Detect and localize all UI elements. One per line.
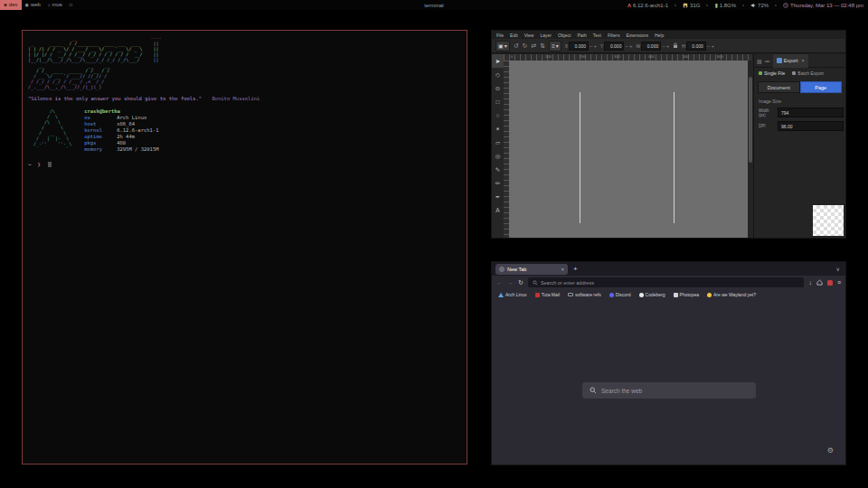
- x-coordinate-field[interactable]: X 0.000 −+: [565, 42, 597, 51]
- bookmark-discord[interactable]: Discord: [609, 292, 631, 297]
- scrollbar-thumb[interactable]: [749, 77, 752, 163]
- shape-builder-tool[interactable]: ⊙: [492, 81, 504, 95]
- y-coordinate-field[interactable]: Y 0.000 −+: [600, 42, 632, 51]
- inkscape-window[interactable]: File Edit View Layer Object Path Text Fi…: [491, 30, 846, 239]
- spiral-tool[interactable]: ◎: [492, 149, 504, 163]
- batch-export-tab[interactable]: Batch Export: [792, 70, 824, 76]
- speaker-icon: [750, 3, 756, 8]
- width-field[interactable]: W 0.000 −+: [636, 42, 669, 51]
- search-icon: [533, 280, 538, 286]
- menu-path[interactable]: Path: [577, 33, 586, 38]
- node-tool[interactable]: ◇: [492, 68, 504, 81]
- shell-prompt[interactable]: ~ ❯: [28, 161, 461, 167]
- web-search-input[interactable]: Search the web: [582, 382, 756, 399]
- menu-help[interactable]: Help: [655, 33, 664, 38]
- increment-icon[interactable]: +: [629, 43, 633, 49]
- downloads-icon[interactable]: ↓: [808, 279, 812, 286]
- bookmark-photopea[interactable]: Photopea: [674, 292, 699, 297]
- menu-icon[interactable]: ≡: [837, 279, 841, 286]
- active-tab[interactable]: New Tab ×: [495, 264, 568, 275]
- export-dialog-tab[interactable]: Export ×: [773, 54, 808, 68]
- bookmark-codeberg[interactable]: Codeberg: [639, 292, 665, 297]
- export-width-input[interactable]: 794: [778, 108, 844, 117]
- reload-icon[interactable]: ↻: [518, 279, 524, 286]
- 3dbox-tool[interactable]: ▱: [492, 136, 504, 149]
- flip-vertical-icon[interactable]: ⇅: [540, 42, 545, 50]
- menu-filters[interactable]: Filters: [608, 33, 620, 38]
- firefox-window[interactable]: New Tab × + ∨ ← → ↻ Search or enter addr…: [491, 261, 846, 465]
- increment-icon[interactable]: +: [666, 43, 670, 49]
- bookmark-folder-software-refs[interactable]: software refs: [568, 292, 601, 297]
- lock-ratio-icon[interactable]: [673, 42, 678, 49]
- menu-extensions[interactable]: Extensions: [627, 33, 648, 38]
- decrement-icon[interactable]: −: [707, 43, 711, 49]
- star-tool[interactable]: ✶: [492, 122, 504, 136]
- chevron-down-icon: ▾: [505, 42, 507, 49]
- workspace-dev[interactable]: ◈ dev: [0, 0, 22, 10]
- rotate-ccw-icon[interactable]: ↺: [514, 42, 519, 50]
- quote-author: Benito Mussolini: [212, 96, 259, 101]
- selector-tool[interactable]: ➤: [492, 54, 504, 68]
- height-field[interactable]: H 0.000 −+: [682, 42, 714, 51]
- close-tab-icon[interactable]: ×: [561, 267, 564, 272]
- decrement-icon[interactable]: −: [590, 43, 593, 49]
- flip-horizontal-icon[interactable]: ⇄: [531, 42, 536, 50]
- menu-text[interactable]: Text: [593, 33, 601, 38]
- menu-object[interactable]: Object: [558, 33, 571, 38]
- export-preview: [813, 205, 844, 236]
- workspace-web[interactable]: ◉ web: [22, 0, 44, 10]
- bookmark-tuta-mail[interactable]: Tuta Mail: [535, 292, 560, 297]
- ellipse-tool[interactable]: ○: [492, 108, 504, 122]
- selection-mode-dropdown[interactable]: ▣▾: [495, 41, 510, 52]
- new-tab-button[interactable]: +: [573, 265, 578, 274]
- address-bar[interactable]: Search or enter address: [528, 277, 805, 287]
- bookmark-arch-linux[interactable]: Arch Linux: [498, 292, 527, 297]
- rectangle-tool[interactable]: □: [492, 95, 504, 108]
- inkscape-canvas[interactable]: [509, 61, 748, 238]
- discord-icon: [609, 293, 614, 297]
- back-icon[interactable]: ←: [496, 279, 503, 286]
- forward-icon[interactable]: →: [507, 279, 514, 286]
- layers-dialog-icon[interactable]: ≔: [765, 58, 770, 64]
- chevron-down-icon: ▾: [556, 42, 559, 49]
- fetch-output: /\ / \ /\ \ / \ / __ \ / | |- \ /_-'' ''…: [28, 108, 461, 153]
- decrement-icon[interactable]: −: [625, 43, 628, 49]
- arch-linux-icon: [498, 293, 504, 297]
- rotate-cw-icon[interactable]: ↻: [523, 42, 528, 50]
- workspace-music[interactable]: ♪ mus: [44, 0, 66, 10]
- memory-icon: ▮: [714, 2, 717, 8]
- menu-file[interactable]: File: [496, 33, 504, 38]
- pen-tool[interactable]: ✏: [492, 176, 504, 190]
- workspace-empty[interactable]: □: [66, 0, 76, 10]
- personalize-gear-icon[interactable]: ⚙: [827, 446, 834, 455]
- export-area-buttons: Document Page: [758, 81, 842, 93]
- home-icon[interactable]: [816, 279, 823, 286]
- list-all-tabs-icon[interactable]: ∨: [836, 266, 840, 272]
- calligraphy-tool[interactable]: ✒: [492, 190, 504, 203]
- workspace-label: dev: [9, 0, 18, 10]
- terminal-window[interactable]: __ ···· _ _____ / /________ ____ ___ ___…: [22, 30, 467, 465]
- document-button[interactable]: Document: [758, 81, 800, 93]
- page-button[interactable]: Page: [800, 81, 843, 93]
- export-dpi-input[interactable]: 96.00: [778, 121, 844, 131]
- prompt-path: ~: [28, 161, 32, 167]
- fetch-row: osArch Linux: [84, 115, 158, 121]
- window-icon: □: [70, 0, 72, 10]
- objects-dialog-icon[interactable]: ▨: [757, 58, 762, 64]
- increment-icon[interactable]: +: [711, 43, 714, 49]
- increment-icon[interactable]: +: [594, 43, 598, 49]
- clock-icon: [783, 3, 788, 8]
- pencil-tool[interactable]: ✎: [492, 163, 504, 176]
- align-dropdown[interactable]: ≡▾: [549, 41, 561, 52]
- close-icon[interactable]: ×: [802, 58, 805, 63]
- menu-layer[interactable]: Layer: [540, 33, 552, 38]
- text-tool[interactable]: A: [492, 203, 504, 217]
- single-file-tab[interactable]: Single File: [759, 70, 785, 76]
- menu-view[interactable]: View: [524, 33, 534, 38]
- ublock-extension-icon[interactable]: [827, 280, 833, 286]
- bookmark-wayland[interactable]: Are we Wayland yet?: [707, 292, 756, 297]
- inkscape-workspace: ➤ ◇ ⊙ □ ○ ✶ ▱ ◎ ✎ ✏ ✒ A 0 100 200 300 40…: [492, 54, 845, 238]
- decrement-icon[interactable]: −: [662, 43, 665, 49]
- inkscape-menubar: File Edit View Layer Object Path Text Fi…: [492, 31, 845, 39]
- menu-edit[interactable]: Edit: [510, 33, 518, 38]
